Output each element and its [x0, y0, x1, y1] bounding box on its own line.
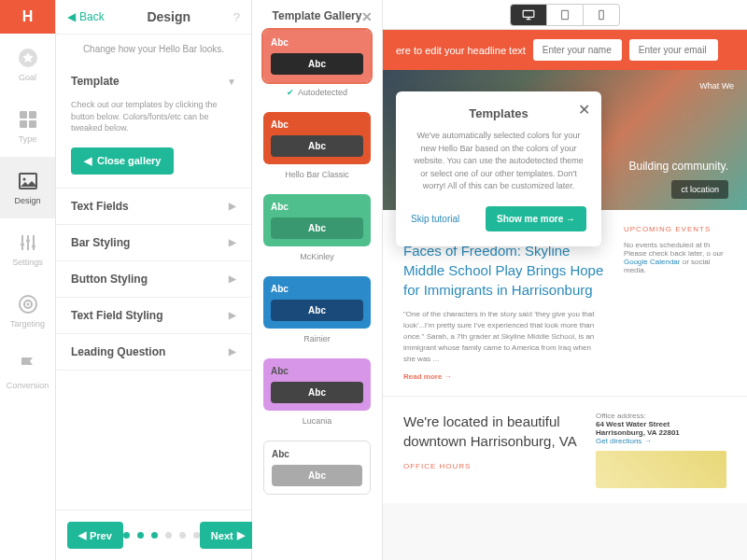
prev-label: Prev — [90, 530, 112, 541]
template-name — [263, 495, 371, 510]
svg-rect-4 — [29, 120, 36, 128]
rail-label: Settings — [12, 258, 43, 267]
back-button[interactable]: ◀ Back — [67, 10, 105, 23]
tooltip-body: We've automatically selected colors for … — [411, 130, 586, 193]
template-desc: Check out our templates by clicking the … — [56, 99, 251, 144]
section-bar-styling[interactable]: Bar Styling▶ — [56, 225, 251, 261]
gallery-title: Template Gallery ✕ — [263, 9, 371, 22]
template-name: Hello Bar Classic — [263, 164, 371, 189]
tooltip-actions: Skip tutorial Show me more → — [411, 206, 586, 231]
template-card[interactable]: AbcAbcHello Bar Classic — [263, 112, 371, 189]
prev-button[interactable]: ◀ Prev — [67, 522, 123, 549]
section-label: Bar Styling — [71, 236, 130, 249]
office-addr1: 64 West Water Street — [596, 420, 726, 428]
template-section-head[interactable]: Template ▼ — [56, 63, 251, 99]
tooltip-title: Templates — [411, 106, 586, 120]
blog-excerpt: "One of the characters in the story said… — [403, 309, 605, 365]
device-mobile-button[interactable] — [583, 4, 620, 26]
location-button[interactable]: ct location — [671, 180, 728, 199]
rail-item-type[interactable]: Type — [0, 95, 55, 157]
svg-point-7 — [21, 243, 24, 246]
chevron-left-icon: ◀ — [67, 10, 76, 23]
section-label: Button Styling — [71, 273, 148, 286]
rail-item-settings[interactable]: Settings — [0, 218, 55, 280]
svg-rect-2 — [29, 111, 36, 119]
close-icon[interactable]: ✕ — [361, 9, 373, 24]
rail-item-conversion[interactable]: Conversion — [0, 342, 55, 403]
office-label: Office address: — [596, 412, 726, 420]
show-more-button[interactable]: Show me more → — [486, 206, 586, 231]
section-text-fields[interactable]: Text Fields▶ — [56, 189, 251, 225]
step-dots — [123, 532, 200, 539]
template-section: Template ▼ Check out our templates by cl… — [56, 63, 251, 189]
chevron-right-icon: ▶ — [229, 237, 236, 247]
svg-point-9 — [32, 245, 35, 248]
mobile-icon — [595, 9, 608, 21]
svg-rect-13 — [523, 10, 534, 17]
section-leading-question[interactable]: Leading Question▶ — [56, 334, 251, 371]
preview-area: ere to edit your headline text What We B… — [383, 0, 747, 560]
site-main: LATEST FROM THE BLOG Faces of Freedom: S… — [403, 225, 605, 381]
step-dot[interactable] — [193, 532, 200, 539]
svg-rect-15 — [599, 10, 604, 19]
step-dot[interactable] — [179, 532, 186, 539]
location-side: Office address: 64 West Water Street Har… — [596, 412, 726, 488]
section-text-field-styling[interactable]: Text Field Styling▶ — [56, 298, 251, 334]
section-button-styling[interactable]: Button Styling▶ — [56, 261, 251, 298]
svg-rect-1 — [20, 111, 27, 119]
panel-title: Design — [105, 9, 233, 24]
svg-rect-14 — [562, 10, 569, 19]
chevron-left-icon: ◀ — [84, 155, 92, 167]
location-title: We're located in beautiful downtown Harr… — [403, 412, 577, 451]
panel-footer: ◀ Prev Next ▶ — [56, 510, 251, 560]
rail-item-design[interactable]: Design — [0, 157, 55, 218]
template-card[interactable]: AbcAbcRainier — [263, 276, 371, 353]
panel-header: ◀ Back Design ? — [56, 0, 251, 35]
flag-icon — [17, 355, 39, 377]
section-label: Leading Question — [71, 345, 165, 358]
hello-bar-text[interactable]: ere to edit your headline text — [396, 45, 526, 56]
blog-title[interactable]: Faces of Freedom: Skyline Middle School … — [403, 241, 605, 300]
email-input[interactable] — [629, 39, 718, 61]
target-icon — [17, 293, 39, 315]
close-gallery-button[interactable]: ◀ Close gallery — [71, 147, 174, 175]
template-card[interactable]: AbcAbcLucania — [263, 358, 371, 435]
skip-tutorial-link[interactable]: Skip tutorial — [411, 214, 459, 224]
step-dot[interactable] — [137, 532, 144, 539]
template-gallery: Template Gallery ✕ AbcAbc✔AutodetectedAb… — [252, 0, 383, 560]
step-dot[interactable] — [123, 532, 130, 539]
template-card[interactable]: AbcAbc✔Autodetected — [263, 30, 371, 106]
step-dot[interactable] — [151, 532, 158, 539]
svg-point-12 — [26, 303, 29, 306]
read-more-link[interactable]: Read more → — [403, 372, 605, 381]
help-icon[interactable]: ? — [233, 10, 240, 24]
app-logo[interactable]: H — [0, 0, 55, 34]
template-card[interactable]: AbcAbc — [263, 441, 371, 510]
template-card[interactable]: AbcAbcMcKinley — [263, 194, 371, 271]
name-input[interactable] — [533, 39, 622, 61]
rail-label: Design — [14, 196, 40, 205]
device-tablet-button[interactable] — [547, 4, 583, 26]
map-thumbnail[interactable] — [596, 451, 726, 488]
chevron-down-icon: ▼ — [227, 77, 236, 87]
device-desktop-button[interactable] — [510, 4, 547, 26]
calendar-link[interactable]: Google Calendar — [624, 258, 680, 266]
rail-item-targeting[interactable]: Targeting — [0, 280, 55, 342]
hello-bar-preview: ere to edit your headline text — [383, 30, 747, 70]
step-dot[interactable] — [165, 532, 172, 539]
rail-item-goal[interactable]: Goal — [0, 34, 55, 95]
desktop-icon — [522, 9, 535, 21]
next-button[interactable]: Next ▶ — [200, 522, 256, 549]
design-panel: ◀ Back Design ? Change how your Hello Ba… — [56, 0, 252, 560]
hero-text: Building community. — [629, 160, 729, 173]
site-location: We're located in beautiful downtown Harr… — [383, 396, 747, 503]
template-head-label: Template — [71, 75, 120, 88]
panel-subtitle: Change how your Hello Bar looks. — [56, 35, 251, 63]
events-text: No events scheduled at th Please check b… — [624, 241, 726, 274]
close-gallery-label: Close gallery — [97, 155, 161, 166]
close-icon[interactable]: ✕ — [578, 101, 590, 119]
directions-link[interactable]: Get directions → — [596, 437, 726, 445]
svg-point-6 — [22, 178, 25, 181]
svg-rect-3 — [20, 120, 27, 128]
sliders-icon — [17, 231, 39, 254]
